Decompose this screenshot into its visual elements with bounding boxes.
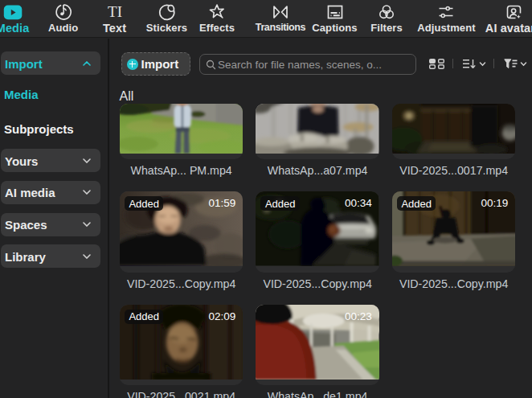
svg-text:TI: TI [108, 3, 122, 20]
